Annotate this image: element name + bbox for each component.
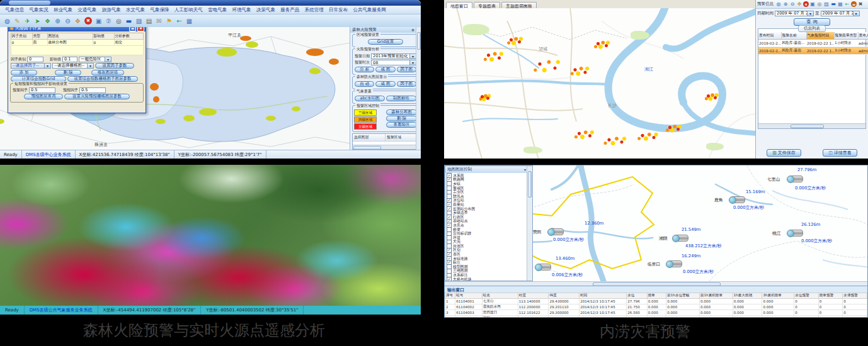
column-header[interactable]: 图层名: [47, 33, 93, 40]
add-button[interactable]: 添 加: [11, 70, 37, 75]
bar-tool-icon[interactable]: ▬: [124, 16, 134, 25]
plot-annotate-button[interactable]: 制图标绘: [386, 96, 416, 101]
back-icon[interactable]: ←: [174, 16, 184, 25]
menu-item[interactable]: 交通气象: [75, 7, 99, 13]
vertical-scrollbar[interactable]: [527, 166, 532, 281]
abc-watermark-button[interactable]: abc水印图: [355, 96, 385, 101]
close-icon[interactable]: ✖: [857, 0, 864, 9]
menu-item[interactable]: 雷电气象: [205, 7, 229, 13]
menu-item[interactable]: 决策气象: [254, 7, 278, 13]
column-header[interactable]: 影响值: [93, 33, 114, 40]
layer-item[interactable]: ✓大桥与机场: [447, 277, 526, 281]
station-cylinder-icon[interactable]: [732, 196, 745, 203]
station-cylinder-icon[interactable]: [790, 230, 803, 237]
column-header[interactable]: 站名: [482, 293, 518, 299]
column-header[interactable]: 雨量: [647, 293, 666, 299]
table-row[interactable]: 2019-02-2...风险库:暴雨...2019-02-22 1...1小时降…: [758, 40, 868, 47]
column-header[interactable]: 因子类别: [11, 33, 32, 40]
date-to-picker[interactable]: 2009 年 07 月 29 日 ▾: [821, 11, 860, 16]
chevron-down-icon[interactable]: ▾: [409, 54, 416, 59]
menu-item[interactable]: 系统管理: [302, 7, 326, 13]
table-row[interactable]: 2019-02-2...风险库:暴雨2019-02-22 1...3小时降水ad…: [758, 47, 868, 55]
column-header[interactable]: 发布人: [858, 32, 868, 40]
column-header[interactable]: 类型: [32, 33, 47, 40]
zoom-in-icon[interactable]: ⊕: [53, 16, 62, 25]
station-cylinder-icon[interactable]: [538, 264, 551, 271]
pan-icon[interactable]: ✥: [796, 0, 802, 9]
table-row[interactable]: 461104004湘阴113.04626428.6833172014/12/3 …: [445, 316, 867, 318]
minimize-icon[interactable]: ▬: [129, 27, 136, 31]
warn-time-select[interactable]: 08 ▾: [371, 60, 416, 65]
column-header[interactable]: 水体预警: [843, 293, 867, 299]
column-header[interactable]: 分析参数: [114, 33, 143, 40]
column-header[interactable]: 预警雨量类型: [834, 32, 858, 40]
zoom-in-icon[interactable]: ⊕: [782, 0, 789, 9]
set-forecast-params-button[interactable]: 设置火险预报栅格图层参数: [64, 94, 130, 99]
page-icon[interactable]: ②: [104, 16, 113, 25]
station-cylinder-icon[interactable]: [790, 176, 803, 182]
menu-item[interactable]: 服务产品: [278, 7, 302, 13]
back-icon[interactable]: ←: [844, 0, 850, 9]
column-header[interactable]: 雨量预警: [818, 293, 843, 299]
menu-item[interactable]: 水文气象: [123, 7, 147, 13]
menu-item[interactable]: 气象保障: [147, 7, 171, 13]
dialog-titlebar[interactable]: ▣ 火险因子计算 ▬ ✖: [8, 27, 146, 31]
column-header[interactable]: 1h最大雨强: [733, 293, 762, 299]
table-row[interactable]: 161104001七里山113.14000029.4300002014/12/3…: [445, 299, 867, 304]
column-header[interactable]: 3h累积雨量: [762, 293, 794, 299]
tab-output-window[interactable]: 输出窗口: [447, 287, 464, 293]
column-header[interactable]: 选择图层: [353, 134, 385, 141]
delete-button[interactable]: 删 除: [55, 70, 81, 75]
menu-item[interactable]: 环境气象: [229, 7, 253, 13]
view-detail-button[interactable]: ◫ 详情查看: [823, 149, 857, 157]
analyze-button[interactable]: 分 析: [355, 67, 374, 72]
station-cylinder-icon[interactable]: [669, 260, 682, 267]
edit-icon[interactable]: ✎: [13, 16, 22, 25]
column-header[interactable]: 预警名称: [781, 32, 806, 40]
column-header[interactable]: 发布时间: [758, 32, 781, 40]
column-header[interactable]: 时间: [580, 293, 627, 299]
horizontal-scrollbar[interactable]: [353, 145, 418, 149]
make-map-button[interactable]: 成 图: [375, 81, 395, 87]
image-tool-icon[interactable]: ▨: [134, 16, 144, 25]
close-icon[interactable]: ✖: [137, 27, 144, 31]
delete-button[interactable]: 删 除: [386, 116, 417, 121]
zone-select[interactable]: 一般危险区 ▾: [79, 57, 111, 62]
vertical-scrollbar[interactable]: [416, 27, 421, 150]
station-table-wrap[interactable]: 序号 站号 站名 经度 纬度 时间 水位 雨量 前1h水位变幅 前1h累积雨量 …: [445, 293, 867, 317]
pin-tool-icon[interactable]: ⚑: [164, 16, 174, 25]
layer-zone-list[interactable]: 选择图层 预警区域: [352, 133, 419, 150]
forecast-query-button[interactable]: 预报图层查询: [24, 94, 63, 99]
column-header[interactable]: 水位: [627, 293, 647, 299]
menu-item[interactable]: 公共气象服务网: [350, 7, 389, 13]
column-header[interactable]: 站号: [455, 293, 483, 299]
bar-tool-icon[interactable]: ▬: [830, 0, 837, 9]
warn-date-select[interactable]: 2013年预警初始化 ▾: [371, 53, 416, 59]
search-icon[interactable]: ◎: [114, 16, 123, 25]
zoom-out-icon[interactable]: ⊖: [63, 16, 72, 25]
auto-button[interactable]: 自 动: [355, 81, 374, 87]
forest-dist-button[interactable]: 森林分布图: [386, 109, 417, 115]
view-zone-button[interactable]: 查看险区: [386, 122, 417, 128]
window-titlebar[interactable]: [0, 0, 421, 6]
map-grid-icon[interactable]: ▦: [185, 16, 194, 25]
date-from-picker[interactable]: 2009 年 07 月 22 日 ▾: [775, 11, 814, 16]
map-grid-icon[interactable]: ▦: [837, 0, 843, 9]
collapse-icon[interactable]: ▾: [524, 167, 526, 172]
factor-map-button[interactable]: 因子图: [397, 67, 416, 72]
station-cylinder-icon[interactable]: [675, 235, 688, 242]
column-header[interactable]: 预警区域: [385, 134, 418, 141]
table-row[interactable]: 361104003营西渡口112.10162229.3000002014/12/…: [445, 310, 867, 316]
column-header[interactable]: 前1h水位变幅: [666, 293, 700, 299]
factor-map-button[interactable]: 因子图: [397, 81, 416, 87]
chevron-down-icon[interactable]: ▾: [807, 11, 813, 16]
table-row[interactable]: 261104002鹿角防水闸112.20000029.2011102014/12…: [445, 304, 867, 310]
table-row[interactable]: 0面森林分布图0相交: [11, 40, 143, 46]
print-icon[interactable]: ▤: [144, 16, 154, 25]
column-header[interactable]: 水位预警: [794, 293, 819, 299]
fire-map[interactable]: 长沙市 平江县 宁乡县 株洲县 ▣ 火险因子计算 ▬ ✖: [0, 27, 350, 150]
station-map[interactable]: 27.796m 七里山 0.000立方米/秒 15.169m 鹿角 0.000立…: [445, 165, 867, 281]
set-grid-params-button[interactable]: 设置综合指数栅格图子图层参数: [67, 76, 138, 82]
menu-item[interactable]: 气象实况: [26, 7, 50, 13]
factor-input[interactable]: [27, 57, 43, 62]
